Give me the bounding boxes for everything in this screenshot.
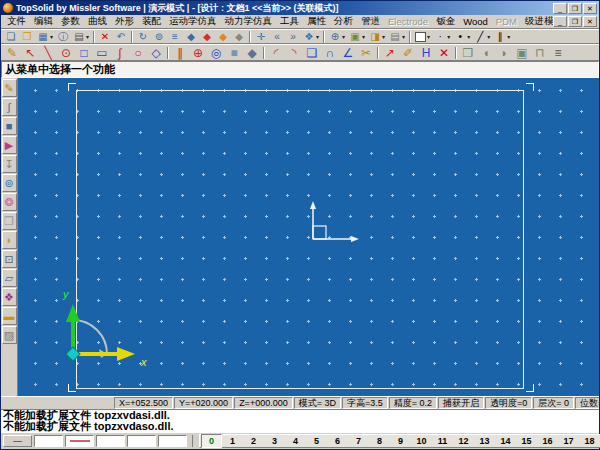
materials-button[interactable]: ❂ <box>2 193 17 211</box>
fillet-button[interactable]: ∩ <box>321 45 339 60</box>
page-tab-9[interactable]: 9 <box>390 435 411 447</box>
revolve-button[interactable]: ◖ <box>477 45 495 60</box>
line-color-preview[interactable] <box>65 435 94 447</box>
mdi-minimize-button[interactable]: _ <box>553 16 567 27</box>
shaded-cube-button[interactable]: ■ <box>225 45 243 60</box>
render-image-button[interactable]: ▣▾ <box>347 30 367 43</box>
page-tab-4[interactable]: 4 <box>285 435 306 447</box>
undo-button[interactable]: ↶ <box>113 30 129 43</box>
zoom-view-button[interactable]: ⊚ <box>151 30 167 43</box>
line-style-button[interactable]: ╱▾ <box>472 30 492 43</box>
mdi-close-button[interactable]: ✕ <box>583 16 597 27</box>
value-field-4[interactable] <box>158 435 187 447</box>
delete-element-button[interactable]: ✕ <box>435 45 453 60</box>
magnify-dropdown-arrow-icon[interactable]: ▾ <box>342 33 345 40</box>
drawing-canvas[interactable]: y x <box>18 78 599 396</box>
plot-button[interactable]: ▤▾ <box>387 30 407 43</box>
page-tab-18[interactable]: 18 <box>579 435 600 447</box>
dimension-button[interactable]: ↗ <box>381 45 399 60</box>
current-color-button[interactable]: ▾ <box>413 30 432 43</box>
polygon-button[interactable]: ◇ <box>147 45 165 60</box>
texture-button[interactable]: ▨ <box>2 326 17 344</box>
views-dropdown-arrow-icon[interactable]: ▾ <box>316 33 319 40</box>
menu-item-piping[interactable]: 管道 <box>357 15 384 28</box>
bend-solid-button[interactable]: ◗ <box>2 231 17 249</box>
page-tab-8[interactable]: 8 <box>369 435 390 447</box>
block-button[interactable]: ▬ <box>2 307 17 325</box>
page-tab-6[interactable]: 6 <box>327 435 348 447</box>
operations-tree-button[interactable]: ≡ <box>549 45 567 60</box>
menu-item-shape[interactable]: 外形 <box>111 15 138 28</box>
display-mode-dropdown-arrow-icon[interactable]: ▾ <box>382 33 385 40</box>
rotate-cube-button[interactable]: ◆ <box>243 45 261 60</box>
point-size-dropdown-arrow-icon[interactable]: ▾ <box>467 33 470 40</box>
line-segment-button[interactable]: ╲ <box>39 45 57 60</box>
point-size-button[interactable]: •▾ <box>452 30 472 43</box>
value-field-1[interactable] <box>34 435 63 447</box>
menu-item-file[interactable]: 文件 <box>3 15 30 28</box>
insert-component-button[interactable]: ▶ <box>2 136 17 154</box>
boolean-solid-button[interactable]: ⊡ <box>2 250 17 268</box>
trim-curve-button[interactable]: ✂ <box>357 45 375 60</box>
close-button[interactable]: ✕ <box>583 3 597 14</box>
page-tab-5[interactable]: 5 <box>306 435 327 447</box>
line-width-dropdown-arrow-icon[interactable]: ▾ <box>507 33 510 40</box>
menu-item-curve[interactable]: 曲线 <box>84 15 111 28</box>
page-tab-1[interactable]: 1 <box>222 435 243 447</box>
arc-end-button[interactable]: ◝ <box>285 45 303 60</box>
plate-button[interactable]: ▱ <box>2 269 17 287</box>
page-tab-10[interactable]: 10 <box>411 435 432 447</box>
smart-pick-button[interactable]: ↖ <box>21 45 39 60</box>
menu-item-assembly[interactable]: 装配 <box>138 15 165 28</box>
rectangle-axes-button[interactable]: ▭ <box>93 45 111 60</box>
value-field-3[interactable] <box>127 435 156 447</box>
sketch-mode-button[interactable]: ✎ <box>2 79 17 97</box>
display-mode-button[interactable]: ◨▾ <box>367 30 387 43</box>
extrude-button[interactable]: ❒ <box>459 45 477 60</box>
mdi-restore-button[interactable]: ❐ <box>568 16 582 27</box>
plot-dropdown-arrow-icon[interactable]: ▾ <box>402 33 405 40</box>
magnify-button[interactable]: ⊕▾ <box>327 30 347 43</box>
bill-of-material-button[interactable]: ≡ <box>167 30 183 43</box>
page-tab-17[interactable]: 17 <box>558 435 579 447</box>
maximize-button[interactable]: ❐ <box>568 3 582 14</box>
page-tab-12[interactable]: 12 <box>453 435 474 447</box>
menu-item-wood[interactable]: Wood <box>459 16 492 27</box>
spline-button[interactable]: ∫ <box>111 45 129 60</box>
page-tab-14[interactable]: 14 <box>495 435 516 447</box>
point-style-button[interactable]: ·▾ <box>432 30 452 43</box>
chamfer-button[interactable]: ∠ <box>339 45 357 60</box>
print-dropdown-arrow-icon[interactable]: ▾ <box>86 33 89 40</box>
point-style-dropdown-arrow-icon[interactable]: ▾ <box>447 33 450 40</box>
menu-item-attributes[interactable]: 属性 <box>303 15 330 28</box>
previous-view-button[interactable]: « <box>269 30 285 43</box>
menu-item-edit[interactable]: 编辑 <box>30 15 57 28</box>
new-document-button[interactable]: ❏ <box>3 30 19 43</box>
sketch-button[interactable]: ✎ <box>3 45 21 60</box>
extrude-solid-button[interactable]: ❒ <box>2 212 17 230</box>
duplicate-shape-button[interactable]: ❏ <box>303 45 321 60</box>
save-button[interactable]: ▦▾ <box>35 30 55 43</box>
attribute-gray-button[interactable]: ◆ <box>231 30 247 43</box>
solid-primitives-button[interactable]: ■ <box>2 117 17 135</box>
page-tab-0[interactable]: 0 <box>201 434 222 448</box>
linetype-selector[interactable]: — <box>3 435 32 447</box>
assembly-shapes-button[interactable]: ❖ <box>2 288 17 306</box>
constraint-button[interactable]: H <box>417 45 435 60</box>
page-tab-11[interactable]: 11 <box>432 435 453 447</box>
refresh-button[interactable]: ↻ <box>135 30 151 43</box>
menu-item-analysis[interactable]: 分析 <box>330 15 357 28</box>
measure-button[interactable]: ✛ <box>253 30 269 43</box>
info-button[interactable]: ⓘ <box>55 30 71 43</box>
delete-button[interactable]: ✕ <box>97 30 113 43</box>
page-tab-16[interactable]: 16 <box>537 435 558 447</box>
next-view-button[interactable]: » <box>285 30 301 43</box>
attribute-red-button[interactable]: ◆ <box>199 30 215 43</box>
value-field-2[interactable] <box>96 435 125 447</box>
point-button[interactable]: ⊕ <box>189 45 207 60</box>
arc-start-button[interactable]: ◜ <box>267 45 285 60</box>
revolved-solid-button[interactable]: ⊚ <box>2 174 17 192</box>
minimize-button[interactable]: _ <box>553 3 567 14</box>
shell-button[interactable]: ▣ <box>513 45 531 60</box>
circle-center-button[interactable]: ⊙ <box>57 45 75 60</box>
